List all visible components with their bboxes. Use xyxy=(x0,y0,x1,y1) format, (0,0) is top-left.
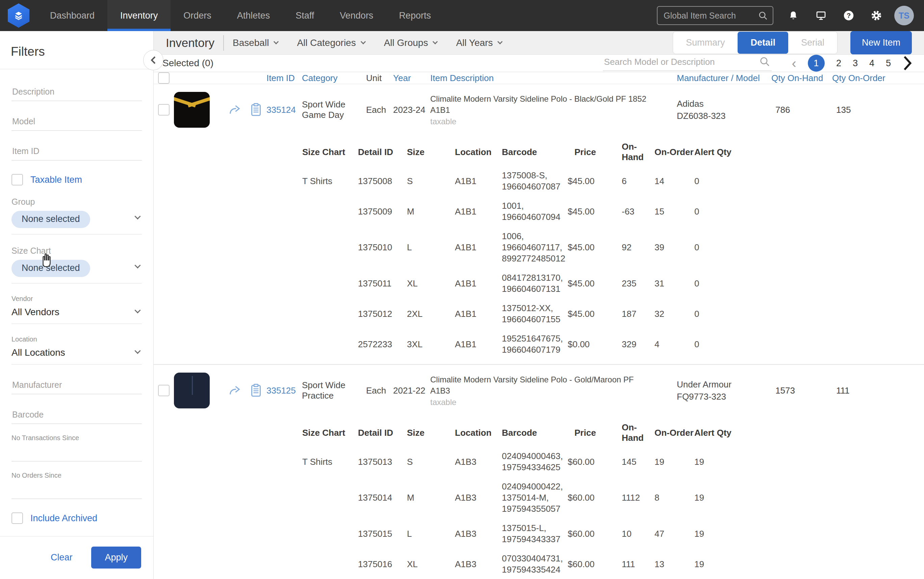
sub-col-barcode: Barcode xyxy=(502,428,568,438)
col-header-manufacturer-model[interactable]: Manufacturer / Model xyxy=(677,73,771,83)
size-chart-filter: Size Chart None selected xyxy=(11,246,142,283)
page-button-1[interactable]: 1 xyxy=(808,55,825,72)
manufacturer-field-wrap xyxy=(11,378,142,394)
display-monitor-icon[interactable] xyxy=(815,9,828,22)
nav-icon-group: ? xyxy=(773,0,894,31)
clear-button[interactable]: Clear xyxy=(51,552,73,563)
page-button-3[interactable]: 3 xyxy=(853,58,858,69)
filters-footer: Clear Apply xyxy=(0,536,153,579)
item-id-input[interactable] xyxy=(11,144,142,160)
view-detail-tab[interactable]: Detail xyxy=(738,32,788,54)
settings-gear-icon[interactable] xyxy=(870,9,883,22)
price-cell: $45.00 xyxy=(568,308,622,320)
no-orders-since-input[interactable] xyxy=(11,479,142,499)
no-transactions-since-input[interactable] xyxy=(11,442,142,461)
group-value-pill[interactable]: None selected xyxy=(11,211,90,228)
size-cell: S xyxy=(407,176,455,187)
no-transactions-since-label: No Transactions Since xyxy=(11,434,142,442)
global-search-input[interactable] xyxy=(664,11,758,21)
view-summary-tab[interactable]: Summary xyxy=(673,32,738,54)
clipboard-icon[interactable] xyxy=(245,103,266,116)
alert-qty-cell: 0 xyxy=(694,176,733,187)
include-archived-label: Include Archived xyxy=(30,513,97,523)
nav-item-dashboard[interactable]: Dashboard xyxy=(37,0,108,31)
clipboard-icon[interactable] xyxy=(245,384,266,397)
prev-page-icon[interactable]: ‹ xyxy=(792,56,796,70)
barcode-input[interactable] xyxy=(11,408,142,424)
row-checkbox[interactable] xyxy=(158,104,170,116)
nav-item-athletes[interactable]: Athletes xyxy=(224,0,283,31)
col-header-qty-on-order[interactable]: Qty On-Order xyxy=(832,73,891,83)
location-select[interactable]: All Locations xyxy=(11,347,142,358)
location-cell: A1B3 xyxy=(455,492,502,503)
item-id-link[interactable]: 335125 xyxy=(266,386,302,396)
detail-row: 1375010LA1B11006, 196604607117, 89927724… xyxy=(153,227,924,268)
include-archived-checkbox[interactable] xyxy=(11,512,23,524)
item-thumbnail[interactable] xyxy=(174,373,210,409)
on-order-cell: 13 xyxy=(655,559,694,570)
page-button-4[interactable]: 4 xyxy=(869,58,874,69)
taxable-item-checkbox[interactable] xyxy=(11,174,23,185)
layers-glyph xyxy=(13,10,24,21)
row-checkbox[interactable] xyxy=(158,385,170,396)
item-id-field-wrap xyxy=(11,144,142,160)
chevron-down-icon[interactable] xyxy=(134,262,140,268)
share-icon[interactable] xyxy=(225,384,245,397)
location-cell: A1B1 xyxy=(455,308,502,320)
share-icon[interactable] xyxy=(225,104,245,116)
col-header-category[interactable]: Category xyxy=(302,73,366,83)
price-cell: $45.00 xyxy=(568,176,622,187)
sport-dropdown[interactable]: Baseball xyxy=(233,38,278,48)
nav-item-vendors[interactable]: Vendors xyxy=(327,0,386,31)
notifications-bell-icon[interactable] xyxy=(787,9,800,22)
group-filter: Group None selected xyxy=(11,197,142,234)
nav-item-reports[interactable]: Reports xyxy=(386,0,444,31)
next-page-icon[interactable] xyxy=(903,56,912,71)
filters-sidebar: Filters Taxable Item Group None sele xyxy=(0,31,153,579)
location-cell: A1B1 xyxy=(455,278,502,289)
app-logo[interactable] xyxy=(0,0,37,31)
chevron-down-icon[interactable] xyxy=(134,213,140,219)
col-header-item-id[interactable]: Item ID xyxy=(266,73,302,83)
manufacturer-input[interactable] xyxy=(11,378,142,394)
description-cell: Climalite Modern Varsity Sideline Polo -… xyxy=(430,93,677,126)
view-serial-tab[interactable]: Serial xyxy=(788,32,837,54)
year-cell: 2021-22 xyxy=(393,386,430,396)
vendor-select[interactable]: All Vendors xyxy=(11,307,142,317)
on-hand-cell: 10 xyxy=(622,528,655,540)
detail-id-cell: 1375011 xyxy=(358,278,407,289)
vendor-filter: Vendor All Vendors xyxy=(11,295,142,324)
item-thumbnail[interactable] xyxy=(174,92,210,128)
page-button-5[interactable]: 5 xyxy=(886,58,891,69)
col-header-item-description[interactable]: Item Description xyxy=(430,73,677,83)
description-input[interactable] xyxy=(11,85,142,101)
nav-item-inventory[interactable]: Inventory xyxy=(108,0,171,31)
col-header-year[interactable]: Year xyxy=(393,73,430,83)
sub-col-price: Price xyxy=(568,428,622,438)
groups-dropdown[interactable]: All Groups xyxy=(384,38,438,48)
detail-row: 1375014MA1B3024094000422, 1375014-M, 197… xyxy=(153,477,924,518)
taxable-item-checkbox-row[interactable]: Taxable Item xyxy=(11,174,142,185)
sport-dropdown-value: Baseball xyxy=(233,38,269,48)
search-icon[interactable] xyxy=(758,10,768,21)
item-id-link[interactable]: 335124 xyxy=(266,105,302,115)
model-input[interactable] xyxy=(11,114,142,131)
nav-item-staff[interactable]: Staff xyxy=(282,0,327,31)
sidebar-collapse-button[interactable] xyxy=(143,50,163,70)
new-item-button[interactable]: New Item xyxy=(851,31,912,54)
barcode-cell: 070330404731, 197594335424 xyxy=(502,553,568,575)
include-archived-checkbox-row[interactable]: Include Archived xyxy=(11,512,142,524)
col-header-qty-on-hand[interactable]: Qty On-Hand xyxy=(771,73,832,83)
size-cell: L xyxy=(407,242,455,253)
categories-dropdown[interactable]: All Categories xyxy=(297,38,365,48)
user-avatar[interactable]: TS xyxy=(894,6,914,25)
select-all-checkbox[interactable] xyxy=(158,72,170,84)
nav-item-orders[interactable]: Orders xyxy=(171,0,224,31)
help-icon[interactable]: ? xyxy=(842,9,855,22)
page-button-2[interactable]: 2 xyxy=(836,58,841,69)
search-icon[interactable] xyxy=(759,56,771,67)
price-cell: $45.00 xyxy=(568,242,622,253)
years-dropdown[interactable]: All Years xyxy=(456,38,502,48)
apply-button[interactable]: Apply xyxy=(91,546,141,569)
model-search-input[interactable] xyxy=(604,57,759,67)
